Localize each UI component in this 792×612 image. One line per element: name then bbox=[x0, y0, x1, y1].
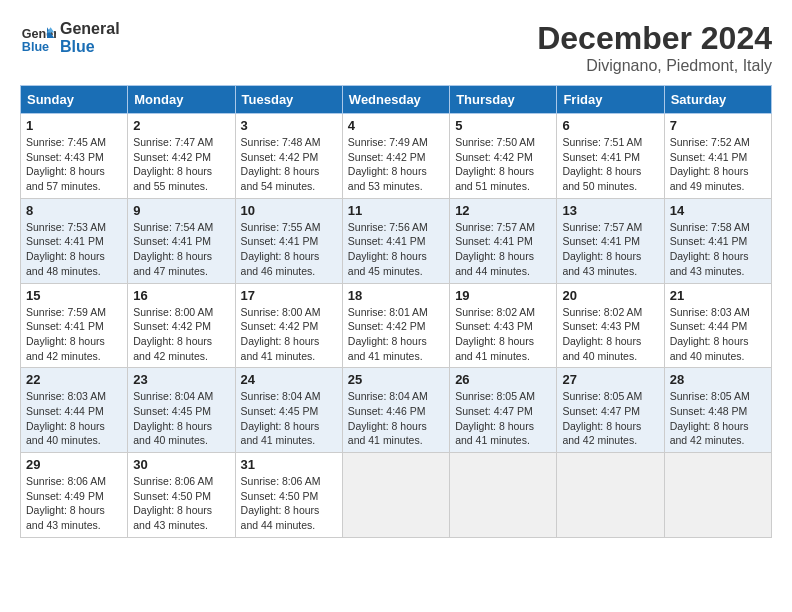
calendar-cell: 16 Sunrise: 8:00 AMSunset: 4:42 PMDaylig… bbox=[128, 283, 235, 368]
cell-info: Sunrise: 8:03 AMSunset: 4:44 PMDaylight:… bbox=[670, 305, 766, 364]
cell-info: Sunrise: 8:02 AMSunset: 4:43 PMDaylight:… bbox=[562, 305, 658, 364]
day-number: 18 bbox=[348, 288, 444, 303]
day-number: 29 bbox=[26, 457, 122, 472]
day-number: 8 bbox=[26, 203, 122, 218]
calendar-cell: 24 Sunrise: 8:04 AMSunset: 4:45 PMDaylig… bbox=[235, 368, 342, 453]
svg-text:Blue: Blue bbox=[22, 40, 49, 54]
calendar-cell bbox=[342, 453, 449, 538]
calendar-cell: 5 Sunrise: 7:50 AMSunset: 4:42 PMDayligh… bbox=[450, 114, 557, 199]
cell-info: Sunrise: 7:48 AMSunset: 4:42 PMDaylight:… bbox=[241, 135, 337, 194]
cell-info: Sunrise: 8:03 AMSunset: 4:44 PMDaylight:… bbox=[26, 389, 122, 448]
calendar-cell: 18 Sunrise: 8:01 AMSunset: 4:42 PMDaylig… bbox=[342, 283, 449, 368]
calendar-cell: 21 Sunrise: 8:03 AMSunset: 4:44 PMDaylig… bbox=[664, 283, 771, 368]
logo-line1: General bbox=[60, 20, 120, 38]
calendar-cell: 3 Sunrise: 7:48 AMSunset: 4:42 PMDayligh… bbox=[235, 114, 342, 199]
calendar-table: SundayMondayTuesdayWednesdayThursdayFrid… bbox=[20, 85, 772, 538]
calendar-cell: 15 Sunrise: 7:59 AMSunset: 4:41 PMDaylig… bbox=[21, 283, 128, 368]
column-header-thursday: Thursday bbox=[450, 86, 557, 114]
calendar-cell: 6 Sunrise: 7:51 AMSunset: 4:41 PMDayligh… bbox=[557, 114, 664, 199]
calendar-cell: 1 Sunrise: 7:45 AMSunset: 4:43 PMDayligh… bbox=[21, 114, 128, 199]
calendar-cell: 20 Sunrise: 8:02 AMSunset: 4:43 PMDaylig… bbox=[557, 283, 664, 368]
calendar-cell: 7 Sunrise: 7:52 AMSunset: 4:41 PMDayligh… bbox=[664, 114, 771, 199]
day-number: 28 bbox=[670, 372, 766, 387]
calendar-cell: 19 Sunrise: 8:02 AMSunset: 4:43 PMDaylig… bbox=[450, 283, 557, 368]
cell-info: Sunrise: 8:00 AMSunset: 4:42 PMDaylight:… bbox=[133, 305, 229, 364]
column-header-saturday: Saturday bbox=[664, 86, 771, 114]
page-header: General Blue General Blue December 2024 … bbox=[20, 20, 772, 75]
month-title: December 2024 bbox=[537, 20, 772, 57]
cell-info: Sunrise: 7:52 AMSunset: 4:41 PMDaylight:… bbox=[670, 135, 766, 194]
calendar-cell: 23 Sunrise: 8:04 AMSunset: 4:45 PMDaylig… bbox=[128, 368, 235, 453]
calendar-cell bbox=[557, 453, 664, 538]
column-header-wednesday: Wednesday bbox=[342, 86, 449, 114]
calendar-cell: 12 Sunrise: 7:57 AMSunset: 4:41 PMDaylig… bbox=[450, 198, 557, 283]
cell-info: Sunrise: 7:45 AMSunset: 4:43 PMDaylight:… bbox=[26, 135, 122, 194]
day-number: 20 bbox=[562, 288, 658, 303]
logo-icon: General Blue bbox=[20, 20, 56, 56]
cell-info: Sunrise: 8:04 AMSunset: 4:45 PMDaylight:… bbox=[241, 389, 337, 448]
calendar-cell: 9 Sunrise: 7:54 AMSunset: 4:41 PMDayligh… bbox=[128, 198, 235, 283]
calendar-cell: 11 Sunrise: 7:56 AMSunset: 4:41 PMDaylig… bbox=[342, 198, 449, 283]
calendar-cell: 2 Sunrise: 7:47 AMSunset: 4:42 PMDayligh… bbox=[128, 114, 235, 199]
day-number: 5 bbox=[455, 118, 551, 133]
day-number: 24 bbox=[241, 372, 337, 387]
day-number: 15 bbox=[26, 288, 122, 303]
cell-info: Sunrise: 7:51 AMSunset: 4:41 PMDaylight:… bbox=[562, 135, 658, 194]
cell-info: Sunrise: 7:50 AMSunset: 4:42 PMDaylight:… bbox=[455, 135, 551, 194]
cell-info: Sunrise: 7:47 AMSunset: 4:42 PMDaylight:… bbox=[133, 135, 229, 194]
calendar-cell: 30 Sunrise: 8:06 AMSunset: 4:50 PMDaylig… bbox=[128, 453, 235, 538]
cell-info: Sunrise: 8:06 AMSunset: 4:49 PMDaylight:… bbox=[26, 474, 122, 533]
day-number: 13 bbox=[562, 203, 658, 218]
calendar-cell: 10 Sunrise: 7:55 AMSunset: 4:41 PMDaylig… bbox=[235, 198, 342, 283]
day-number: 17 bbox=[241, 288, 337, 303]
column-header-monday: Monday bbox=[128, 86, 235, 114]
calendar-cell: 4 Sunrise: 7:49 AMSunset: 4:42 PMDayligh… bbox=[342, 114, 449, 199]
day-number: 12 bbox=[455, 203, 551, 218]
calendar-cell: 27 Sunrise: 8:05 AMSunset: 4:47 PMDaylig… bbox=[557, 368, 664, 453]
day-number: 4 bbox=[348, 118, 444, 133]
day-number: 14 bbox=[670, 203, 766, 218]
day-number: 19 bbox=[455, 288, 551, 303]
day-number: 9 bbox=[133, 203, 229, 218]
cell-info: Sunrise: 8:02 AMSunset: 4:43 PMDaylight:… bbox=[455, 305, 551, 364]
calendar-cell: 22 Sunrise: 8:03 AMSunset: 4:44 PMDaylig… bbox=[21, 368, 128, 453]
cell-info: Sunrise: 8:05 AMSunset: 4:47 PMDaylight:… bbox=[562, 389, 658, 448]
calendar-cell: 29 Sunrise: 8:06 AMSunset: 4:49 PMDaylig… bbox=[21, 453, 128, 538]
day-number: 10 bbox=[241, 203, 337, 218]
day-number: 1 bbox=[26, 118, 122, 133]
day-number: 22 bbox=[26, 372, 122, 387]
cell-info: Sunrise: 8:05 AMSunset: 4:47 PMDaylight:… bbox=[455, 389, 551, 448]
cell-info: Sunrise: 8:01 AMSunset: 4:42 PMDaylight:… bbox=[348, 305, 444, 364]
cell-info: Sunrise: 8:04 AMSunset: 4:46 PMDaylight:… bbox=[348, 389, 444, 448]
cell-info: Sunrise: 7:54 AMSunset: 4:41 PMDaylight:… bbox=[133, 220, 229, 279]
column-header-sunday: Sunday bbox=[21, 86, 128, 114]
calendar-cell: 17 Sunrise: 8:00 AMSunset: 4:42 PMDaylig… bbox=[235, 283, 342, 368]
day-number: 23 bbox=[133, 372, 229, 387]
day-number: 7 bbox=[670, 118, 766, 133]
cell-info: Sunrise: 7:53 AMSunset: 4:41 PMDaylight:… bbox=[26, 220, 122, 279]
day-number: 25 bbox=[348, 372, 444, 387]
cell-info: Sunrise: 8:05 AMSunset: 4:48 PMDaylight:… bbox=[670, 389, 766, 448]
calendar-cell bbox=[664, 453, 771, 538]
calendar-cell bbox=[450, 453, 557, 538]
day-number: 16 bbox=[133, 288, 229, 303]
logo-line2: Blue bbox=[60, 38, 120, 56]
cell-info: Sunrise: 7:56 AMSunset: 4:41 PMDaylight:… bbox=[348, 220, 444, 279]
day-number: 21 bbox=[670, 288, 766, 303]
calendar-cell: 28 Sunrise: 8:05 AMSunset: 4:48 PMDaylig… bbox=[664, 368, 771, 453]
cell-info: Sunrise: 8:06 AMSunset: 4:50 PMDaylight:… bbox=[241, 474, 337, 533]
cell-info: Sunrise: 7:57 AMSunset: 4:41 PMDaylight:… bbox=[562, 220, 658, 279]
logo: General Blue General Blue bbox=[20, 20, 120, 56]
day-number: 31 bbox=[241, 457, 337, 472]
column-header-friday: Friday bbox=[557, 86, 664, 114]
calendar-cell: 13 Sunrise: 7:57 AMSunset: 4:41 PMDaylig… bbox=[557, 198, 664, 283]
day-number: 3 bbox=[241, 118, 337, 133]
title-block: December 2024 Divignano, Piedmont, Italy bbox=[537, 20, 772, 75]
cell-info: Sunrise: 8:06 AMSunset: 4:50 PMDaylight:… bbox=[133, 474, 229, 533]
day-number: 30 bbox=[133, 457, 229, 472]
cell-info: Sunrise: 7:49 AMSunset: 4:42 PMDaylight:… bbox=[348, 135, 444, 194]
day-number: 27 bbox=[562, 372, 658, 387]
cell-info: Sunrise: 7:55 AMSunset: 4:41 PMDaylight:… bbox=[241, 220, 337, 279]
calendar-cell: 26 Sunrise: 8:05 AMSunset: 4:47 PMDaylig… bbox=[450, 368, 557, 453]
calendar-cell: 14 Sunrise: 7:58 AMSunset: 4:41 PMDaylig… bbox=[664, 198, 771, 283]
